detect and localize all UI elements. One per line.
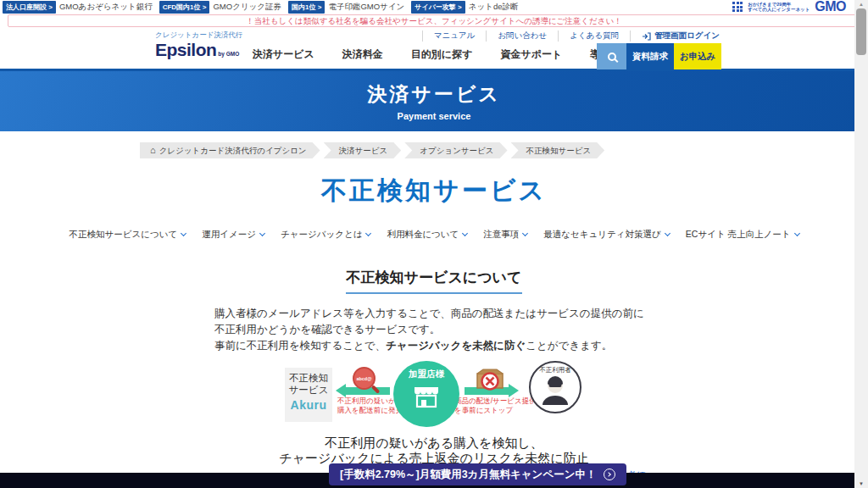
- promo-link-click-securities[interactable]: CFD国内1位 > GMOクリック証券: [159, 1, 281, 14]
- alert-text: ！当社もしくは類似する社名を騙る会社やサービス、フィッシングサイトへの誘導にご注…: [246, 16, 621, 25]
- promo-label: GMOあおぞらネット銀行: [59, 2, 153, 13]
- utility-links: マニュアル お問い合わせ よくある質問 管理画面ログイン: [422, 29, 731, 43]
- phishing-alert-banner: ！当社もしくは類似する社名を騙る会社やサービス、フィッシングサイトへの誘導にご注…: [8, 14, 860, 27]
- page-root: 法人口座開設 > GMOあおぞらネット銀行 CFD国内1位 > GMOクリック証…: [0, 0, 868, 488]
- fraud-check-magnifier-icon: abcd@: [353, 367, 376, 390]
- top-utility-bar: 法人口座開設 > GMOあおぞらネット銀行 CFD国内1位 > GMOクリック証…: [0, 0, 868, 14]
- nav-pricing[interactable]: 決済料金: [342, 47, 383, 62]
- scrollbar-thumb[interactable]: [856, 8, 866, 55]
- anchor-operation-image[interactable]: 運用イメージ: [198, 229, 269, 241]
- login-icon: [642, 32, 651, 41]
- app-grid-icon[interactable]: [732, 2, 743, 12]
- akuru-service-box: 不正検知 サービス Akuru: [285, 368, 332, 422]
- merchant-circle: 加盟店様: [393, 361, 459, 427]
- promo-badge: サイバー攻撃 >: [411, 1, 465, 14]
- fraud-user-circle: 不正利用者: [529, 361, 581, 413]
- chevron-down-icon: [665, 230, 670, 236]
- akuru-logo: Akuru: [285, 398, 332, 412]
- fraud-user-icon: [537, 373, 574, 407]
- chevron-down-icon: [181, 230, 186, 236]
- admin-login-link[interactable]: 管理画面ログイン: [630, 30, 731, 42]
- breadcrumb-fraud-detection[interactable]: 不正検知サービス: [511, 142, 605, 158]
- document-request-button[interactable]: 資料請求: [626, 43, 674, 69]
- breadcrumb-option-services[interactable]: オプションサービス: [404, 142, 507, 158]
- main-nav: 決済サービス 決済料金 目的別に探す 資金サポート 導入ガイド: [253, 47, 642, 62]
- blocked-package-icon: [475, 368, 505, 395]
- promo-badge: 国内1位 >: [288, 1, 325, 14]
- nav-payment-services[interactable]: 決済サービス: [253, 47, 314, 62]
- gmo-anniversary-text: おかげさまで29周年 すべての人にインターネット: [748, 2, 810, 13]
- chevron-right-circle-icon: [604, 469, 615, 480]
- promo-link-net-de-shindan[interactable]: サイバー攻撃 > ネットde診断: [411, 1, 518, 14]
- promo-label: GMOクリック証券: [213, 2, 281, 13]
- epsilon-logo[interactable]: クレジットカード決済代行 Epsilonby GMO: [155, 30, 242, 59]
- chevron-down-icon: [365, 230, 371, 236]
- promo-link-gmo-sign[interactable]: 国内1位 > 電子印鑑GMOサイン: [288, 1, 404, 14]
- gmo-logo[interactable]: GMO: [815, 0, 846, 14]
- nav-search-by-purpose[interactable]: 目的別に探す: [411, 47, 473, 62]
- search-button[interactable]: [597, 43, 626, 69]
- hero-title: 決済サービス: [367, 81, 501, 108]
- fraud-detection-diagram: 不正検知 サービス Akuru abcd@ 不正利用の疑いがある 購入を配送前に…: [285, 359, 583, 430]
- stop-shipping-label: 商品の配送/サービス提供 を事前にストップ: [454, 396, 537, 415]
- chevron-down-icon: [462, 230, 468, 236]
- anchor-about[interactable]: 不正検知サービスについて: [64, 229, 190, 241]
- anchor-chargeback[interactable]: チャージバックとは: [276, 229, 375, 241]
- intro-paragraph: 購入者様のメールアドレス等を入力することで、商品の配送またはサービスの提供の前に…: [214, 306, 654, 354]
- anchor-ec-notes[interactable]: ECサイト 売上向上ノート: [682, 229, 804, 241]
- emphasis-text: チャージバックを未然に防ぐ: [386, 340, 526, 352]
- breadcrumb: ⌂クレジットカード決済代行のイプシロン 決済サービス オプションサービス 不正検…: [0, 131, 868, 158]
- hero-banner: 決済サービス Payment service: [0, 71, 868, 131]
- scroll-up-arrow-icon[interactable]: ▲: [854, 2, 868, 7]
- chevron-down-icon: [259, 230, 265, 236]
- chevron-down-icon: [794, 230, 800, 236]
- apply-button[interactable]: お申込み: [674, 43, 721, 69]
- manual-link[interactable]: マニュアル: [422, 30, 487, 42]
- breadcrumb-home[interactable]: ⌂クレジットカード決済代行のイプシロン: [140, 142, 320, 158]
- faq-link[interactable]: よくある質問: [558, 30, 630, 42]
- page-title: 不正検知サービス: [0, 174, 868, 208]
- shop-icon: [410, 382, 442, 411]
- header-action-buttons: 資料請求 お申込み: [597, 43, 721, 69]
- promo-label: ネットde診断: [469, 2, 519, 13]
- section-title: 不正検知サービスについて: [0, 268, 868, 287]
- promo-badge: 法人口座開設 >: [3, 1, 56, 14]
- section-underline: [346, 292, 522, 294]
- chevron-down-icon: [522, 230, 528, 236]
- campaign-banner[interactable]: [手数料2.79%～]月額費用3カ月無料キャンペーン中！: [329, 463, 626, 485]
- anchor-fees[interactable]: 利用料金について: [382, 229, 471, 241]
- home-icon: ⌂: [150, 145, 156, 155]
- promo-label: 電子印鑑GMOサイン: [328, 2, 404, 13]
- scroll-down-arrow-icon[interactable]: ▼: [854, 481, 868, 486]
- vertical-scrollbar[interactable]: ▲ ▼: [854, 0, 868, 488]
- contact-link[interactable]: お問い合わせ: [486, 30, 558, 42]
- anchor-nav: 不正検知サービスについて 運用イメージ チャージバックとは 利用料金について 注…: [0, 229, 868, 241]
- anchor-notes[interactable]: 注意事項: [479, 229, 531, 241]
- promo-link-aozora-bank[interactable]: 法人口座開設 > GMOあおぞらネット銀行: [3, 1, 153, 14]
- site-header: クレジットカード決済代行 Epsilonby GMO マニュアル お問い合わせ …: [0, 29, 868, 71]
- diagram-summary: 不正利用の疑いがある購入を検知し、 チャージバックによる売上返金のリスクを未然に…: [0, 435, 868, 465]
- nav-funding-support[interactable]: 資金サポート: [500, 47, 562, 62]
- breadcrumb-payment-services[interactable]: 決済サービス: [324, 142, 402, 158]
- search-icon: [608, 53, 616, 61]
- anchor-security-choice[interactable]: 最適なセキュリティ対策選び: [539, 229, 673, 241]
- promo-badge: CFD国内1位 >: [159, 1, 210, 14]
- hero-subtitle: Payment service: [398, 111, 471, 121]
- topbar-right: おかげさまで29周年 すべての人にインターネット GMO: [732, 0, 868, 14]
